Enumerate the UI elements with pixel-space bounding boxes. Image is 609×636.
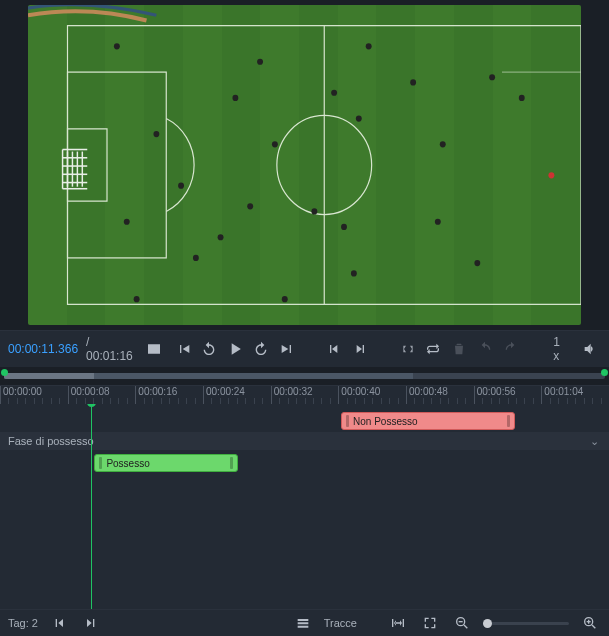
svg-line-46: [592, 625, 595, 628]
loop-icon[interactable]: [422, 338, 444, 360]
jump-start-icon[interactable]: [323, 338, 345, 360]
svg-point-24: [257, 59, 263, 65]
clip-possesso[interactable]: Possesso: [94, 454, 238, 472]
zoom-out-icon[interactable]: [451, 612, 473, 634]
player-controls: 00:00:11.366 / 00:01:16 1 x: [0, 330, 609, 367]
ruler-mark: 00:00:32: [271, 386, 313, 404]
svg-point-32: [341, 224, 347, 230]
chevron-down-icon[interactable]: ⌄: [590, 435, 599, 448]
svg-point-33: [351, 270, 357, 276]
bottom-toolbar: Tag: 2 Tracce: [0, 609, 609, 636]
svg-point-38: [474, 260, 480, 266]
svg-point-29: [331, 90, 337, 96]
ruler-mark: 00:00:00: [0, 386, 42, 404]
current-time: 00:00:11.366: [8, 342, 78, 356]
svg-point-17: [114, 43, 120, 49]
svg-line-43: [464, 625, 467, 628]
playback-speed[interactable]: 1 x: [553, 335, 569, 363]
delete-icon: [448, 338, 470, 360]
clip-handle-right[interactable]: [507, 415, 510, 427]
svg-point-34: [282, 296, 288, 302]
clip-label: Non Possesso: [353, 416, 417, 427]
loop-back-icon[interactable]: [397, 338, 419, 360]
total-time: / 00:01:16: [86, 335, 139, 363]
zoom-slider[interactable]: [483, 622, 569, 625]
range-end-handle[interactable]: [601, 369, 608, 376]
svg-point-36: [440, 141, 446, 147]
range-start-handle[interactable]: [1, 369, 8, 376]
ruler-mark: 00:00:48: [406, 386, 448, 404]
tag-count: Tag: 2: [8, 617, 38, 629]
video-preview: [0, 0, 609, 330]
ruler-mark: 00:00:16: [135, 386, 177, 404]
zoom-selection-icon[interactable]: [419, 612, 441, 634]
svg-rect-4: [68, 129, 108, 201]
timeline-ruler[interactable]: 00:00:0000:00:0800:00:1600:00:2400:00:32…: [0, 385, 609, 404]
svg-point-27: [218, 234, 224, 240]
ruler-mark: 00:01:04: [541, 386, 583, 404]
ruler-mark: 00:00:56: [474, 386, 516, 404]
svg-point-20: [124, 219, 130, 225]
next-frame-icon[interactable]: [276, 338, 298, 360]
svg-point-30: [366, 43, 372, 49]
svg-point-23: [232, 95, 238, 101]
svg-point-22: [134, 296, 140, 302]
svg-point-31: [356, 115, 362, 121]
svg-point-41: [548, 172, 554, 178]
play-button[interactable]: [224, 338, 246, 360]
ruler-mark: 00:00:08: [68, 386, 110, 404]
track-group-label: Fase di possesso: [8, 435, 94, 447]
jump-end-icon[interactable]: [349, 338, 371, 360]
timeline-tracks[interactable]: Non Possesso Fase di possesso ⌄ Possesso: [0, 404, 609, 609]
svg-point-37: [435, 219, 441, 225]
svg-point-28: [311, 208, 317, 214]
clip-handle-left[interactable]: [99, 457, 102, 469]
ruler-mark: 00:00:24: [203, 386, 245, 404]
seek-bar[interactable]: [0, 367, 609, 385]
tracce-label[interactable]: Tracce: [324, 617, 357, 629]
snap-left-icon[interactable]: [48, 612, 70, 634]
svg-point-35: [410, 79, 416, 85]
clip-handle-right[interactable]: [230, 457, 233, 469]
rewind-5-icon[interactable]: [198, 338, 220, 360]
clip-label: Possesso: [106, 458, 149, 469]
svg-point-18: [153, 131, 159, 137]
clip-non-possesso[interactable]: Non Possesso: [341, 412, 515, 430]
redo-icon: [500, 338, 522, 360]
prev-frame-icon[interactable]: [173, 338, 195, 360]
clip-handle-left[interactable]: [346, 415, 349, 427]
playhead[interactable]: [91, 404, 92, 609]
svg-point-21: [193, 255, 199, 261]
layers-icon[interactable]: [292, 612, 314, 634]
marker-tool-icon[interactable]: [143, 338, 165, 360]
forward-5-icon[interactable]: [250, 338, 272, 360]
pitch-markings: [28, 5, 581, 325]
video-frame: [28, 5, 581, 325]
svg-point-40: [489, 74, 495, 80]
volume-icon[interactable]: [579, 338, 601, 360]
undo-icon: [474, 338, 496, 360]
fit-width-icon[interactable]: [387, 612, 409, 634]
svg-point-26: [247, 203, 253, 209]
svg-point-25: [272, 141, 278, 147]
snap-right-icon[interactable]: [80, 612, 102, 634]
zoom-in-icon[interactable]: [579, 612, 601, 634]
ruler-mark: 00:00:40: [338, 386, 380, 404]
svg-point-39: [519, 95, 525, 101]
svg-point-19: [178, 183, 184, 189]
